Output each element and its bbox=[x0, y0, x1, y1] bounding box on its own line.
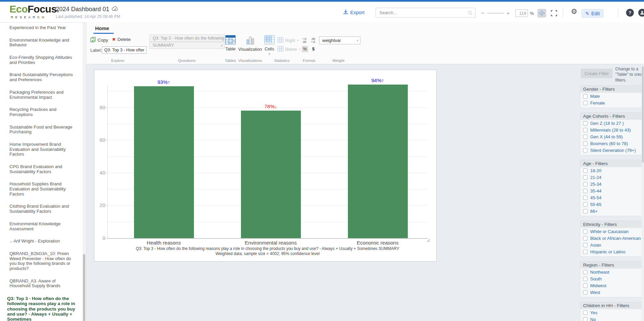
filter-option[interactable]: Female bbox=[580, 99, 642, 106]
increase-decimals-button[interactable]: ++.0.0.00 bbox=[302, 38, 306, 43]
filter-option[interactable]: 35-44 bbox=[580, 187, 642, 194]
fit-to-screen-button[interactable] bbox=[537, 9, 546, 18]
checkbox[interactable] bbox=[583, 317, 587, 321]
filter-option[interactable]: 18-20 bbox=[580, 167, 642, 174]
sidebar-item[interactable]: ▲Packaging Preferences and Environmental… bbox=[9, 90, 76, 100]
currency-format-button[interactable]: $ bbox=[310, 46, 316, 52]
settings-gear-icon[interactable]: ⚙ bbox=[571, 7, 577, 16]
copy-button[interactable]: Copy bbox=[90, 37, 108, 43]
sidebar-item[interactable]: ▲Household Supplies Brand Evaluation and… bbox=[9, 182, 76, 197]
filter-option[interactable]: Boomers (60 to 78) bbox=[580, 140, 642, 147]
sidebar-item[interactable]: ▲Q3: Top 3 - How often do the following … bbox=[7, 296, 76, 321]
checkbox[interactable] bbox=[583, 182, 587, 186]
checkbox[interactable] bbox=[583, 283, 587, 288]
checkbox[interactable] bbox=[583, 311, 587, 315]
sidebar-item[interactable]: ▲Brand Sustainability Perceptions and Pr… bbox=[9, 72, 76, 82]
sidebar-scrollbar[interactable] bbox=[83, 23, 86, 321]
summary-dropdown[interactable]: SUMMARY▾ bbox=[150, 42, 225, 49]
checkbox[interactable] bbox=[583, 135, 587, 139]
label-input[interactable] bbox=[102, 47, 146, 53]
table-button[interactable]: Table bbox=[221, 35, 240, 51]
delete-button[interactable]: ✖ Delete bbox=[112, 37, 131, 42]
weight-dropdown[interactable]: weightvar▾ bbox=[319, 37, 360, 44]
filter-option[interactable]: Gen X (44 to 59) bbox=[580, 133, 642, 140]
sidebar-item[interactable]: ▲Clothing Brand Evaluation and Sustainab… bbox=[9, 204, 76, 214]
sidebar-item[interactable]: ▲Arif Wright - Exploration bbox=[9, 239, 76, 244]
visualization-button[interactable]: Visualization bbox=[238, 36, 262, 52]
filter-option[interactable]: Midwest bbox=[580, 282, 642, 289]
tab-home[interactable]: Home bbox=[95, 25, 109, 31]
search-input[interactable] bbox=[376, 8, 475, 17]
export-button[interactable]: Export bbox=[343, 9, 364, 15]
checkbox[interactable] bbox=[583, 209, 587, 213]
sidebar-item[interactable]: ▲QBRAND_B2bG3A_10: Preen Weed Preventer … bbox=[9, 251, 76, 271]
checkbox[interactable] bbox=[583, 243, 587, 247]
filters-scrollbar[interactable] bbox=[642, 64, 644, 321]
cells-button[interactable]: Cells ∨ bbox=[260, 35, 279, 55]
filter-option[interactable]: Northeast bbox=[580, 269, 642, 275]
help-button[interactable]: ? bbox=[626, 9, 634, 17]
zoom-out-button[interactable]: – bbox=[481, 10, 484, 16]
checkbox[interactable] bbox=[583, 141, 587, 146]
filter-option[interactable]: Silent Generation (79+) bbox=[580, 147, 642, 154]
decrease-decimals-button[interactable]: .00+.0 bbox=[311, 38, 315, 43]
checkbox[interactable] bbox=[583, 168, 587, 173]
filter-option[interactable]: Male bbox=[580, 93, 642, 99]
checkbox[interactable] bbox=[583, 270, 587, 274]
sidebar-scrollbar-thumb[interactable] bbox=[83, 254, 85, 321]
checkbox[interactable] bbox=[583, 121, 587, 125]
checkbox[interactable] bbox=[583, 290, 587, 295]
checkbox[interactable] bbox=[583, 236, 587, 240]
zoom-in-button[interactable]: + bbox=[507, 10, 510, 16]
filter-option[interactable]: Black or African-American bbox=[580, 235, 642, 242]
sidebar-item[interactable]: ▲QBRAND_A3. Aware of Household Supply Br… bbox=[9, 279, 76, 289]
account-button[interactable] bbox=[638, 9, 644, 17]
sidebar-item[interactable]: ▲Experienced in the Past Year bbox=[9, 25, 76, 30]
resize-handle-icon[interactable] bbox=[426, 237, 430, 244]
sidebar-item[interactable]: ▲CPG Brand Evaluation and Sustainability… bbox=[9, 164, 76, 174]
filter-option[interactable]: 25-34 bbox=[580, 181, 642, 187]
filter-option[interactable]: Hispanic or Latino bbox=[580, 248, 642, 255]
checkbox[interactable] bbox=[583, 202, 587, 207]
filter-option[interactable]: Gen Z (18 to 27 ) bbox=[580, 120, 642, 127]
filter-option[interactable]: Millennials (28 to 43) bbox=[580, 127, 642, 133]
filters-scrollbar-thumb[interactable] bbox=[642, 66, 644, 163]
filter-option[interactable]: Asian bbox=[580, 242, 642, 248]
sidebar-item[interactable]: ▲Environmental Knowledge and Behavior bbox=[9, 38, 76, 48]
checkbox[interactable] bbox=[583, 94, 587, 98]
zoom-level-input[interactable] bbox=[516, 10, 528, 17]
filter-option[interactable]: 55-65 bbox=[580, 201, 642, 208]
filter-option[interactable]: No bbox=[580, 316, 642, 321]
sidebar-item[interactable]: ▲Environmental Knowledge Assessment bbox=[9, 222, 76, 231]
chart-bar[interactable] bbox=[241, 111, 301, 238]
checkbox[interactable] bbox=[583, 229, 587, 234]
question-dropdown[interactable]: Q3: Top 3 - How often do the following..… bbox=[150, 35, 225, 42]
sidebar-item[interactable]: ▲Recycling Practices and Perceptions bbox=[9, 107, 76, 117]
edit-button[interactable]: ✎Edit bbox=[581, 9, 604, 18]
fullscreen-icon[interactable] bbox=[551, 10, 557, 16]
chart-bar[interactable] bbox=[348, 85, 408, 238]
checkbox[interactable] bbox=[583, 250, 587, 254]
filter-option[interactable]: White or Caucasian bbox=[580, 228, 642, 235]
checkbox[interactable] bbox=[583, 148, 587, 153]
checkbox[interactable] bbox=[583, 196, 587, 200]
filter-option[interactable]: 21-24 bbox=[580, 174, 642, 181]
sidebar-item[interactable]: ▲Home Improvement Brand Evaluation and S… bbox=[9, 142, 76, 157]
checkbox[interactable] bbox=[583, 277, 587, 281]
percent-format-button[interactable]: % bbox=[302, 46, 308, 52]
filter-option[interactable]: Yes bbox=[580, 309, 642, 316]
checkbox[interactable] bbox=[583, 128, 587, 132]
brand-logo: EcoFocus® RESEARCH bbox=[9, 4, 59, 19]
checkbox[interactable] bbox=[583, 101, 587, 105]
filter-option[interactable]: 66+ bbox=[580, 208, 642, 214]
checkbox[interactable] bbox=[583, 175, 587, 180]
filter-option[interactable]: South bbox=[580, 275, 642, 282]
chart-bar[interactable] bbox=[134, 86, 194, 238]
filter-option[interactable]: 45-54 bbox=[580, 194, 642, 201]
sidebar-item[interactable]: ▲Sustainable Food and Beverage Purchasin… bbox=[9, 125, 76, 135]
filter-option[interactable]: West bbox=[580, 289, 642, 296]
sidebar-item[interactable]: ▲Eco-Friendly Shopping Attitudes and Pri… bbox=[9, 55, 76, 65]
create-filter-button[interactable]: Create Filter bbox=[581, 69, 613, 78]
checkbox[interactable] bbox=[583, 189, 587, 193]
zoom-slider[interactable] bbox=[487, 13, 504, 14]
